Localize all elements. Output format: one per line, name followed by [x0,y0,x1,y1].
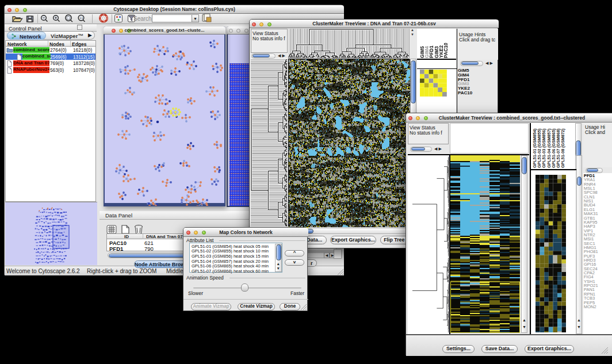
svg-text:1:1: 1:1 [79,17,83,20]
